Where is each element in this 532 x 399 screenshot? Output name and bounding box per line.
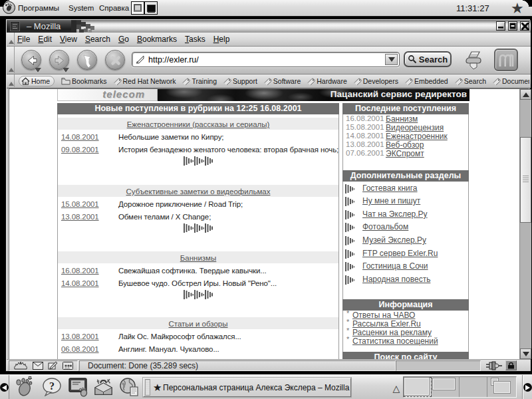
workspace-3[interactable] <box>460 377 487 397</box>
reload-button[interactable] <box>77 50 97 70</box>
bookmark-software[interactable]: Software <box>264 77 301 85</box>
menu-help[interactable]: Help <box>213 35 231 44</box>
bookmark-developers[interactable]: Developers <box>354 77 398 85</box>
toolbox-launcher[interactable] <box>93 376 114 398</box>
pager-window[interactable] <box>404 378 429 395</box>
panel-menu-help[interactable]: Справка <box>99 4 129 12</box>
forward-button[interactable] <box>49 50 69 70</box>
bookmark-search[interactable]: Search <box>455 77 486 85</box>
online-plug-icon[interactable] <box>485 361 503 370</box>
info-link[interactable]: Рассылка Exler.Ru <box>352 319 421 329</box>
navbar-grippy[interactable] <box>8 47 15 73</box>
menu-bookmarks[interactable]: Bookmarks <box>136 35 178 44</box>
panel-menu-programs[interactable]: Программы <box>18 4 59 12</box>
scrollbar-up-button[interactable] <box>520 89 531 100</box>
menu-search[interactable]: Search <box>84 35 111 44</box>
bookmark-documentation[interactable]: Documentation <box>493 77 529 85</box>
forward-dropdown-arrow[interactable] <box>63 68 69 72</box>
extra-link[interactable]: Гостиница в Сочи <box>362 261 428 271</box>
extra-link[interactable]: Народная повесть <box>362 275 430 284</box>
banner-telecom[interactable]: telecom <box>57 89 158 101</box>
security-lock-button[interactable] <box>505 360 517 370</box>
terminal-launcher[interactable] <box>68 376 89 398</box>
extra-link[interactable]: Музей Экслер.Ру <box>362 235 426 245</box>
news-date-link[interactable]: 13.08.2001 <box>61 332 99 340</box>
mozilla-logo[interactable] <box>494 49 518 71</box>
latest-link[interactable]: Еженастроенник <box>386 132 448 141</box>
bookmark-support[interactable]: Support <box>223 77 257 85</box>
search-button[interactable]: Search <box>404 51 452 67</box>
info-link[interactable]: Статистика посещений <box>352 336 438 346</box>
help-launcher[interactable]: ? <box>41 376 63 398</box>
monitor-icon-dark[interactable] <box>144 1 158 15</box>
news-date-link[interactable]: 15.08.2001 <box>61 200 99 208</box>
back-button[interactable] <box>21 50 41 70</box>
workspace-1-active[interactable] <box>404 377 432 397</box>
news-date-link[interactable]: 06.08.2001 <box>61 345 99 353</box>
pager-window[interactable] <box>494 382 510 393</box>
mail-icon[interactable] <box>33 362 43 370</box>
personal-toolbar-grippy[interactable] <box>8 74 15 87</box>
panel-menu-system[interactable]: System <box>68 4 94 12</box>
minimize-button[interactable] <box>496 21 505 31</box>
menu-file[interactable]: File <box>17 35 31 44</box>
extra-link[interactable]: Гостевая книга <box>362 184 418 193</box>
ad-banner[interactable]: telecom Пацанский сервис редиректов <box>57 89 469 101</box>
news-date-link[interactable]: 14.08.2001 <box>61 279 99 287</box>
desk-guide-arrow[interactable]: △ <box>391 382 402 394</box>
stop-button[interactable] <box>105 50 125 70</box>
extra-link[interactable]: FTP сервер Exler.Ru <box>362 249 438 258</box>
printer-icon[interactable] <box>462 49 485 70</box>
menu-go[interactable]: Go <box>118 35 130 44</box>
banner-redirect-service[interactable]: Пацанский сервис редиректов <box>158 89 469 101</box>
url-dropdown-button[interactable] <box>385 54 398 65</box>
section-link[interactable]: Статьи и обзоры <box>168 320 227 328</box>
url-bar[interactable]: http://exler.ru/ <box>132 52 400 67</box>
news-date-link[interactable]: 14.08.2001 <box>61 133 99 141</box>
workspace-2[interactable] <box>432 377 460 397</box>
menu-tasks[interactable]: Tasks <box>184 35 206 44</box>
extra-link[interactable]: Чат на Экслер.Ру <box>362 209 428 219</box>
news-date-link[interactable]: 16.08.2001 <box>61 267 99 275</box>
section-link[interactable]: Субъективные заметки о видеофильмах <box>126 188 271 196</box>
news-date-link[interactable]: 09.08.2001 <box>61 146 99 154</box>
info-link[interactable]: Расценки на рекламу <box>352 328 432 337</box>
bookmark-home[interactable]: Home <box>19 76 55 86</box>
section-link[interactable]: Баннизмы <box>180 254 217 262</box>
monitor-icon-light[interactable] <box>131 1 144 15</box>
window-menu-icon[interactable] <box>10 21 20 31</box>
latest-link[interactable]: Видеорецензия <box>386 123 444 132</box>
navigator-icon[interactable] <box>13 361 28 370</box>
latest-link[interactable]: Баннизм <box>386 114 418 124</box>
news-date-link[interactable]: 13.08.2001 <box>61 213 99 221</box>
panel-hide-left-button[interactable] <box>0 375 9 399</box>
info-link[interactable]: Ответы на ЧАВО <box>352 311 415 320</box>
vertical-scrollbar[interactable] <box>519 89 531 359</box>
workspace-pager[interactable] <box>403 376 517 398</box>
url-input[interactable]: http://exler.ru/ <box>148 55 385 65</box>
browser-launcher[interactable] <box>118 376 140 398</box>
latest-link[interactable]: Веб-обзор <box>386 140 424 150</box>
bookmark-hardware[interactable]: Hardware <box>307 77 347 85</box>
composer-icon[interactable] <box>48 361 58 370</box>
bookmark-redhat-network[interactable]: Red Hat Network <box>114 77 176 85</box>
maximize-button[interactable] <box>508 21 517 31</box>
taskbar-window-button[interactable]: ★ Персональная страница Алекса Экслера –… <box>143 378 351 397</box>
panel-hide-right-button[interactable] <box>523 375 532 399</box>
back-dropdown-arrow[interactable] <box>35 68 41 72</box>
pager-window[interactable] <box>433 378 455 390</box>
window-titlebar[interactable]: – Mozilla <box>7 20 531 33</box>
task-button-grip[interactable] <box>145 379 150 396</box>
scrollbar-down-button[interactable] <box>520 348 531 359</box>
close-button[interactable] <box>520 21 529 31</box>
extra-link[interactable]: Ну мне и пишут <box>362 196 420 205</box>
menu-view[interactable]: View <box>59 35 78 44</box>
scrollbar-thumb[interactable] <box>520 137 531 223</box>
section-link[interactable]: Еженастроенники (рассказы и сериалы) <box>127 120 270 128</box>
gnome-menu-launcher[interactable] <box>13 376 35 398</box>
bookmarks-folder-button[interactable]: Bookmarks <box>61 77 107 85</box>
bookmark-embedded[interactable]: Embedded <box>405 77 448 85</box>
extra-link[interactable]: Фотоальбом <box>362 222 408 231</box>
address-book-icon[interactable] <box>63 362 73 370</box>
workspace-4[interactable] <box>487 377 515 397</box>
